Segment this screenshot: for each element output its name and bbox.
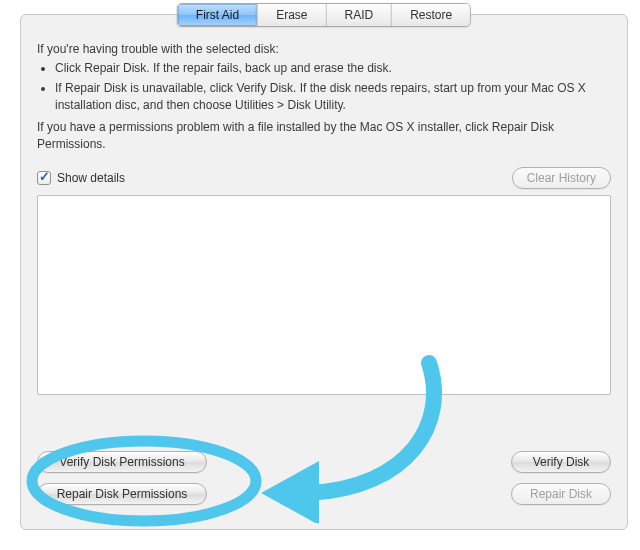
repair-disk-permissions-button[interactable]: Repair Disk Permissions — [37, 483, 207, 505]
intro-bullet-2: If Repair Disk is unavailable, click Ver… — [55, 80, 611, 115]
tab-first-aid[interactable]: First Aid — [178, 4, 258, 26]
intro-lead: If you're having trouble with the select… — [37, 41, 611, 58]
instructions-text: If you're having trouble with the select… — [37, 41, 611, 153]
repair-disk-button[interactable]: Repair Disk — [511, 483, 611, 505]
show-details-checkbox[interactable]: Show details — [37, 171, 125, 185]
action-buttons: Verify Disk Permissions Verify Disk Repa… — [37, 441, 611, 505]
log-output[interactable] — [37, 195, 611, 395]
clear-history-button[interactable]: Clear History — [512, 167, 611, 189]
tab-bar: First Aid Erase RAID Restore — [177, 3, 471, 27]
tab-restore[interactable]: Restore — [392, 4, 470, 26]
verify-disk-button[interactable]: Verify Disk — [511, 451, 611, 473]
tab-raid[interactable]: RAID — [327, 4, 393, 26]
checkmark-icon — [37, 171, 51, 185]
verify-disk-permissions-button[interactable]: Verify Disk Permissions — [37, 451, 207, 473]
permissions-note: If you have a permissions problem with a… — [37, 119, 611, 154]
intro-bullet-1: Click Repair Disk. If the repair fails, … — [55, 60, 611, 77]
tab-erase[interactable]: Erase — [258, 4, 326, 26]
first-aid-panel: First Aid Erase RAID Restore If you're h… — [20, 14, 628, 530]
content-area: If you're having trouble with the select… — [37, 37, 611, 395]
show-details-label: Show details — [57, 171, 125, 185]
